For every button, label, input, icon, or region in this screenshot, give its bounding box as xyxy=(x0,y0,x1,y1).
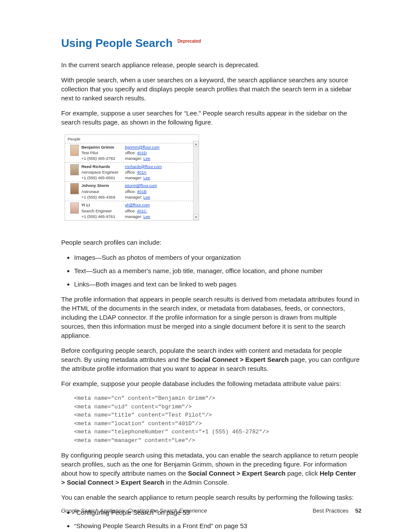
person-manager-link[interactable]: Lee xyxy=(143,214,150,219)
avatar xyxy=(70,145,79,156)
office-label: office: xyxy=(125,208,136,213)
people-box-title: People xyxy=(65,135,199,143)
heading-text: Using People Search xyxy=(61,37,173,50)
person-name: Yi Li xyxy=(81,202,122,208)
footer-page-number: 52 xyxy=(355,507,361,514)
person-name: Benjamin Grimm xyxy=(81,144,122,150)
list-item: “Showing People Search Results in a Fron… xyxy=(74,521,361,530)
scrollbar[interactable]: ▲ ▼ xyxy=(193,141,199,220)
person-manager-link[interactable]: Lee xyxy=(143,175,150,180)
person-name: Reed Richards xyxy=(81,164,122,169)
person-title: Aerospace Engineer xyxy=(81,169,122,175)
paragraph: The profile information that appears in … xyxy=(61,295,361,340)
manager-label: manager: xyxy=(125,214,142,219)
people-row: Johnny Storm Astronaut +1 (555) 465-4369… xyxy=(65,181,193,201)
person-email-link[interactable]: bgrimm@ffour.com xyxy=(125,145,159,149)
footer-section: Best Practices xyxy=(313,507,349,514)
list-item: Images—Such as photos of members of your… xyxy=(74,253,361,262)
people-row: Yi Li Search Engineer +1 (555) 465-9761 … xyxy=(65,201,193,220)
avatar xyxy=(70,164,79,175)
person-title: Astronaut xyxy=(81,189,122,194)
people-rows: Benjamin Grimm Test Pilot +1 (555) 465-2… xyxy=(65,143,193,221)
person-phone: +1 (555) 465-2782 xyxy=(81,156,122,161)
person-office-link[interactable]: 401A xyxy=(137,170,146,174)
manager-label: manager: xyxy=(125,156,142,161)
person-phone: +1 (555) 465-6591 xyxy=(81,175,122,180)
person-email-link[interactable]: jstorm@ffour.com xyxy=(125,183,157,188)
list-item: Text—Such as a member's name, job title,… xyxy=(74,266,361,275)
person-phone: +1 (555) 465-9761 xyxy=(81,214,122,219)
footer-doc-title: Google Search Appliance: Creating the Se… xyxy=(61,507,207,515)
person-office-link[interactable]: 401B xyxy=(137,189,146,194)
person-email-link[interactable]: yli@ffour.com xyxy=(125,202,150,207)
people-search-figure: People Benjamin Grimm Test Pilot +1 (555… xyxy=(65,134,199,221)
people-row: Reed Richards Aerospace Engineer +1 (555… xyxy=(65,162,193,182)
nav-path: Social Connect > Expert Search xyxy=(191,356,289,363)
manager-label: manager: xyxy=(125,175,142,180)
paragraph: By configuring people search using this … xyxy=(61,451,361,487)
person-email-link[interactable]: rrichards@ffour.com xyxy=(125,164,162,169)
code-block: <meta name="cn" content="Benjamin Grimm"… xyxy=(74,394,361,445)
paragraph: You can enable the search appliance to r… xyxy=(61,493,361,502)
paragraph: In the current search appliance release,… xyxy=(61,60,361,69)
avatar xyxy=(70,202,79,214)
person-title: Search Engineer xyxy=(81,208,122,214)
paragraph: With people search, when a user searches… xyxy=(61,75,361,103)
paragraph: For example, suppose a user searches for… xyxy=(61,109,361,127)
page-heading: Using People Search Deprecated xyxy=(61,35,361,51)
avatar xyxy=(70,183,79,194)
person-title: Test Pilot xyxy=(81,150,122,156)
person-manager-link[interactable]: Lee xyxy=(143,195,150,199)
nav-path: Social Connect > Expert Search xyxy=(188,470,285,477)
person-office-link[interactable]: 401C xyxy=(137,208,147,213)
page-footer: Google Search Appliance: Creating the Se… xyxy=(61,507,361,515)
list-item: Links—Both images and text can be linked… xyxy=(74,280,361,289)
person-manager-link[interactable]: Lee xyxy=(143,156,150,161)
office-label: office: xyxy=(125,170,136,174)
deprecated-badge: Deprecated xyxy=(177,39,201,44)
person-office-link[interactable]: 401D xyxy=(137,150,147,155)
person-name: Johnny Storm xyxy=(81,183,122,188)
paragraph: For example, suppose your people databas… xyxy=(61,379,361,388)
paragraph: Before configuring people search, popula… xyxy=(61,346,361,373)
paragraph: People search profiles can include: xyxy=(61,238,361,247)
manager-label: manager: xyxy=(125,195,142,199)
office-label: office: xyxy=(125,150,136,155)
people-row: Benjamin Grimm Test Pilot +1 (555) 465-2… xyxy=(65,143,193,162)
office-label: office: xyxy=(125,189,136,194)
scroll-up-icon[interactable]: ▲ xyxy=(193,141,199,147)
scroll-down-icon[interactable]: ▼ xyxy=(193,214,199,220)
includes-list: Images—Such as photos of members of your… xyxy=(61,253,361,289)
person-phone: +1 (555) 465-4369 xyxy=(81,194,122,200)
